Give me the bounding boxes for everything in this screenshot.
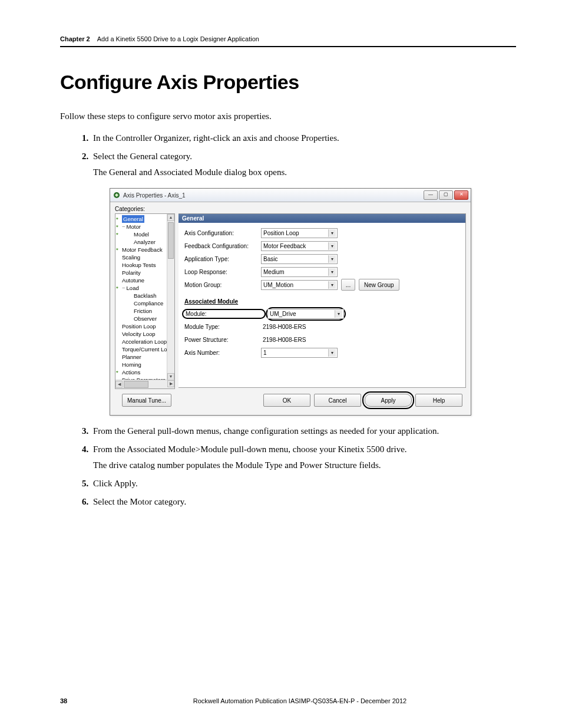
tree-node[interactable]: Hookup Tests xyxy=(116,261,174,269)
select-value: Position Loop xyxy=(263,230,299,236)
scroll-right-arrow-icon[interactable]: ▶ xyxy=(167,380,174,387)
power-structure-label: Power Structure: xyxy=(184,337,261,343)
select-value: UM_Drive xyxy=(270,311,296,317)
cancel-button[interactable]: Cancel xyxy=(314,394,361,407)
chapter-title: Add a Kinetix 5500 Drive to a Logix Desi… xyxy=(97,35,259,42)
running-header: Chapter 2 Add a Kinetix 5500 Drive to a … xyxy=(60,35,516,42)
select-value: UM_Motion xyxy=(263,282,293,288)
tree-node[interactable]: Observer xyxy=(116,315,174,322)
tree-node[interactable]: Polarity xyxy=(116,269,174,276)
tree-node[interactable]: *Motor Feedback xyxy=(116,246,174,253)
tree-node[interactable]: Velocity Loop xyxy=(116,330,174,338)
step-2: Select the General category. The General… xyxy=(91,151,516,416)
publication-info: Rockwell Automation Publication IASIMP-Q… xyxy=(84,697,516,704)
tree-node[interactable]: Analyzer xyxy=(116,238,174,246)
module-select[interactable]: UM_Drive xyxy=(267,309,344,319)
tree-node[interactable]: Compliance xyxy=(116,299,174,307)
titlebar[interactable]: Axis Properties - Axis_1 — ▢ ✕ xyxy=(110,189,471,202)
maximize-button[interactable]: ▢ xyxy=(439,190,453,200)
loop-response-label: Loop Response: xyxy=(184,269,261,275)
select-value: Basic xyxy=(263,256,277,262)
step-text: From the General pull-down menus, change… xyxy=(93,426,439,436)
categories-label: Categories: xyxy=(115,206,466,212)
module-label: Module: xyxy=(182,309,266,319)
manual-tune-button[interactable]: Manual Tune... xyxy=(122,394,171,407)
panel-heading: General xyxy=(178,214,465,223)
new-group-button[interactable]: New Group xyxy=(359,279,399,291)
tree-node[interactable]: *−Motor xyxy=(116,223,174,230)
dialog-button-row: Manual Tune... OK Cancel Apply Help xyxy=(115,389,466,410)
dialog-title: Axis Properties - Axis_1 xyxy=(123,192,424,199)
select-value: 1 xyxy=(263,350,267,356)
step-text: Select the Motor category. xyxy=(93,497,186,506)
page-footer: 38 Rockwell Automation Publication IASIM… xyxy=(60,697,516,704)
axis-configuration-label: Axis Configuration: xyxy=(184,230,261,236)
loop-response-select[interactable]: Medium xyxy=(261,267,338,277)
motion-group-browse-button[interactable]: ... xyxy=(341,279,355,291)
apply-button[interactable]: Apply xyxy=(365,394,412,407)
tree-node[interactable]: *General xyxy=(116,215,174,223)
power-structure-value: 2198-H008-ERS xyxy=(261,337,306,343)
tree-node[interactable]: Planner xyxy=(116,353,174,361)
tree-node[interactable]: Scaling xyxy=(116,253,174,261)
feedback-configuration-label: Feedback Configuration: xyxy=(184,243,261,249)
application-type-label: Application Type: xyxy=(184,256,261,262)
step-list: In the Controller Organizer, right-click… xyxy=(60,133,516,507)
close-button[interactable]: ✕ xyxy=(454,190,468,200)
scroll-left-arrow-icon[interactable]: ◀ xyxy=(115,381,123,388)
header-rule xyxy=(60,46,516,47)
step-subtext: The drive catalog number populates the M… xyxy=(93,460,516,470)
tree-node[interactable]: Acceleration Loop xyxy=(116,338,174,345)
tree-node[interactable]: Position Loop xyxy=(116,322,174,330)
step-4: From the Associated Module>Module pull-d… xyxy=(91,444,516,470)
application-type-select[interactable]: Basic xyxy=(261,254,338,264)
minimize-button[interactable]: — xyxy=(424,190,438,200)
scroll-thumb-h[interactable] xyxy=(124,381,148,388)
app-icon xyxy=(113,191,121,199)
vertical-scrollbar[interactable]: ▲ ▼ xyxy=(167,214,174,380)
help-button[interactable]: Help xyxy=(415,394,462,407)
axis-configuration-select[interactable]: Position Loop xyxy=(261,228,338,238)
tree-node[interactable]: *−Load xyxy=(116,284,174,292)
step-text: In the Controller Organizer, right-click… xyxy=(93,133,339,143)
select-value: Medium xyxy=(263,269,285,275)
select-value: Motor Feedback xyxy=(263,243,306,249)
tree-node[interactable]: Backlash xyxy=(116,292,174,299)
tree-node[interactable]: Torque/Current Lo xyxy=(116,345,174,353)
motion-group-label: Motion Group: xyxy=(184,282,261,288)
module-type-label: Module Type: xyxy=(184,324,261,330)
general-panel: General Axis Configuration: Position Loo… xyxy=(178,213,466,388)
feedback-configuration-select[interactable]: Motor Feedback xyxy=(261,241,338,251)
ok-button[interactable]: OK xyxy=(263,394,310,407)
window-controls: — ▢ ✕ xyxy=(424,190,468,200)
step-3: From the General pull-down menus, change… xyxy=(91,426,516,436)
step-6: Select the Motor category. xyxy=(91,497,516,507)
tree-node[interactable]: Autotune xyxy=(116,276,174,284)
axis-properties-dialog: Axis Properties - Axis_1 — ▢ ✕ Categorie… xyxy=(110,188,471,416)
step-1: In the Controller Organizer, right-click… xyxy=(91,133,516,143)
motion-group-select[interactable]: UM_Motion xyxy=(261,280,338,290)
step-5: Click Apply. xyxy=(91,479,516,489)
axis-number-select[interactable]: 1 xyxy=(261,348,338,358)
step-text: Select the General category. xyxy=(93,151,192,161)
tree-node[interactable]: Homing xyxy=(116,361,174,368)
page-title: Configure Axis Properties xyxy=(60,71,516,94)
horizontal-scrollbar[interactable]: ◀ ▶ xyxy=(115,380,174,388)
scroll-up-arrow-icon[interactable]: ▲ xyxy=(167,214,174,221)
tree-node[interactable]: *Actions xyxy=(116,368,174,376)
chapter-label: Chapter 2 xyxy=(60,35,90,42)
axis-number-label: Axis Number: xyxy=(184,350,261,356)
page-number: 38 xyxy=(60,697,84,704)
categories-tree[interactable]: *General*−Motor*ModelAnalyzer*Motor Feed… xyxy=(115,213,175,389)
intro-paragraph: Follow these steps to configure servo mo… xyxy=(60,111,516,121)
associated-module-heading: Associated Module xyxy=(184,298,459,305)
step-text: Click Apply. xyxy=(93,479,138,488)
scroll-thumb[interactable] xyxy=(168,222,174,259)
step-text: From the Associated Module>Module pull-d… xyxy=(93,444,407,454)
tree-node[interactable]: Friction xyxy=(116,307,174,315)
step-subtext: The General and Associated Module dialog… xyxy=(93,167,516,177)
module-type-value: 2198-H008-ERS xyxy=(261,324,306,330)
tree-node[interactable]: *Model xyxy=(116,230,174,238)
